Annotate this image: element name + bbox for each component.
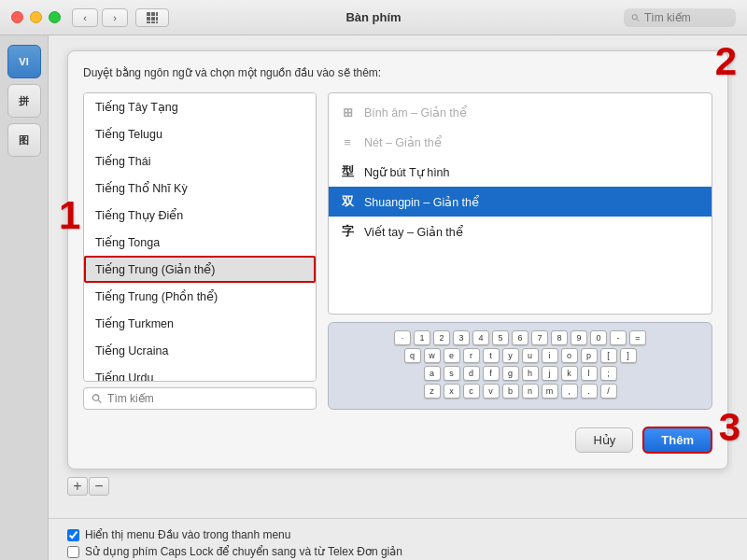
keyboard-key: 3 <box>453 330 470 345</box>
minimize-button[interactable] <box>30 11 42 23</box>
sidebar-icon-pinyin[interactable]: 拼 <box>7 84 41 118</box>
window-title: Bàn phím <box>345 10 401 24</box>
svg-rect-8 <box>156 21 158 23</box>
back-button[interactable]: ‹ <box>72 8 98 27</box>
keyboard-row: ·1234567890-= <box>334 330 706 345</box>
add-input-panel: Duyệt bằng ngôn ngữ và chọn một nguồn đầ… <box>67 50 728 469</box>
keyboard-key: t <box>483 348 500 363</box>
keyboard-key: m <box>542 384 558 399</box>
input-methods-list[interactable]: ⊞Bính âm – Giản thể≡Nét – Giản thể型Ngữ b… <box>328 92 712 315</box>
keyboard-key: r <box>463 348 480 363</box>
language-item[interactable]: Tiếng Thổ Nhĩ Kỳ <box>84 175 316 202</box>
method-icon: 型 <box>338 162 357 181</box>
annotation-3: 3 <box>719 408 740 447</box>
language-item[interactable]: Tiếng Thái <box>84 147 316 175</box>
show-menu-label: Hiển thị menu Đầu vào trong thanh menu <box>85 528 290 541</box>
keyboard-key: f <box>483 366 500 381</box>
traffic-lights <box>11 11 61 23</box>
remove-language-button[interactable]: − <box>89 477 109 496</box>
language-item[interactable]: Tiếng Ucraina <box>84 337 316 364</box>
keyboard-key: e <box>444 348 460 363</box>
input-method-item[interactable]: ≡Nét – Giản thể <box>329 127 712 157</box>
language-item[interactable]: Tiếng Thụy Điển <box>84 202 316 229</box>
svg-point-11 <box>92 395 98 400</box>
input-method-item[interactable]: 双Shuangpin – Giản thể <box>329 187 712 217</box>
method-icon: ⊞ <box>338 103 357 121</box>
language-item[interactable]: Tiếng Turkmen <box>84 310 316 337</box>
input-method-item[interactable]: 字Viết tay – Giản thể <box>329 217 712 246</box>
svg-rect-2 <box>156 12 158 16</box>
keyboard-key: g <box>502 366 519 381</box>
keyboard-preview: ·1234567890-=qwertyuiop[]asdfghjkl;zxcvb… <box>328 322 712 410</box>
method-label: Ngữ bút Tự hình <box>364 165 450 179</box>
input-method-item[interactable]: 型Ngữ bút Tự hình <box>329 157 712 187</box>
language-search-container[interactable] <box>83 387 317 410</box>
method-icon: ≡ <box>338 133 357 151</box>
svg-rect-1 <box>151 12 155 16</box>
language-search-input[interactable] <box>107 392 308 405</box>
panel-description: Duyệt bằng ngôn ngữ và chọn một nguồn đầ… <box>83 66 712 79</box>
method-label: Viết tay – Giản thể <box>364 225 463 239</box>
keyboard-key: l <box>581 366 598 381</box>
keyboard-key: 9 <box>571 330 587 345</box>
dialog-buttons: Hủy Thêm 3 <box>83 421 712 454</box>
keyboard-key: 5 <box>492 330 509 345</box>
language-item[interactable]: Tiếng Tây Tạng <box>84 93 316 120</box>
keyboard-key: 8 <box>551 330 568 345</box>
keyboard-key: [ <box>600 348 617 363</box>
forward-button[interactable]: › <box>102 8 128 27</box>
input-methods-container: ⊞Bính âm – Giản thể≡Nét – Giản thể型Ngữ b… <box>328 92 712 410</box>
keyboard-key: x <box>444 384 460 399</box>
keyboard-key: y <box>502 348 519 363</box>
grid-button[interactable] <box>135 8 169 27</box>
keyboard-key: a <box>424 366 441 381</box>
sidebar-icon-vi[interactable]: VI <box>7 45 41 78</box>
add-language-button[interactable]: + <box>67 477 88 496</box>
title-search-box[interactable] <box>624 8 736 27</box>
close-button[interactable] <box>11 11 23 23</box>
method-label: Shuangpin – Giản thể <box>364 195 479 209</box>
keyboard-key: s <box>444 366 460 381</box>
input-method-item[interactable]: ⊞Bính âm – Giản thể <box>329 97 712 127</box>
keyboard-key: k <box>561 366 578 381</box>
title-bar: ‹ › Bàn phím <box>0 0 747 35</box>
content: Duyệt bằng ngôn ngữ và chọn một nguồn đầ… <box>49 35 747 518</box>
show-menu-checkbox[interactable] <box>67 529 79 541</box>
add-remove-buttons: + − <box>67 477 728 496</box>
language-list-container: Tiếng Tây TạngTiếng TeluguTiếng TháiTiến… <box>83 92 317 410</box>
language-list[interactable]: Tiếng Tây TạngTiếng TeluguTiếng TháiTiến… <box>83 92 317 382</box>
caps-lock-checkbox[interactable] <box>67 546 79 558</box>
keyboard-key: , <box>561 384 578 399</box>
title-search-input[interactable] <box>644 11 728 24</box>
search-icon <box>631 12 640 23</box>
keyboard-key: w <box>424 348 441 363</box>
maximize-button[interactable] <box>49 11 61 23</box>
keyboard-key: u <box>522 348 539 363</box>
search-icon <box>92 393 102 404</box>
keyboard-key: b <box>502 384 519 399</box>
keyboard-key: · <box>394 330 411 345</box>
keyboard-row: zxcvbnm,./ <box>334 384 706 399</box>
method-icon: 双 <box>338 192 357 211</box>
sidebar-icon-image[interactable]: 图 <box>7 123 41 157</box>
cancel-button[interactable]: Hủy <box>575 427 633 453</box>
language-item[interactable]: Tiếng Trung (Phồn thể) <box>84 283 316 310</box>
svg-rect-0 <box>147 12 150 16</box>
method-icon: 字 <box>338 222 357 241</box>
checkbox-row-1: Hiển thị menu Đầu vào trong thanh menu <box>67 528 728 541</box>
svg-line-12 <box>98 400 101 403</box>
method-label: Bính âm – Giản thể <box>364 105 467 119</box>
keyboard-key: v <box>483 384 500 399</box>
language-item[interactable]: Tiếng Tonga <box>84 229 316 256</box>
keyboard-key: n <box>522 384 539 399</box>
caps-lock-label: Sử dụng phím Caps Lock để chuyển sang và… <box>85 545 402 558</box>
method-label: Nét – Giản thể <box>364 135 442 149</box>
keyboard-key: j <box>542 366 558 381</box>
panel-body: Tiếng Tây TạngTiếng TeluguTiếng TháiTiến… <box>83 92 712 410</box>
keyboard-key: - <box>610 330 627 345</box>
language-item[interactable]: Tiếng Telugu <box>84 120 316 147</box>
language-item[interactable]: Tiếng Urdu <box>84 364 316 382</box>
keyboard-row: asdfghjkl; <box>334 366 706 381</box>
add-button[interactable]: Thêm <box>642 427 712 454</box>
language-item[interactable]: Tiếng Trung (Giản thể) <box>84 256 316 283</box>
